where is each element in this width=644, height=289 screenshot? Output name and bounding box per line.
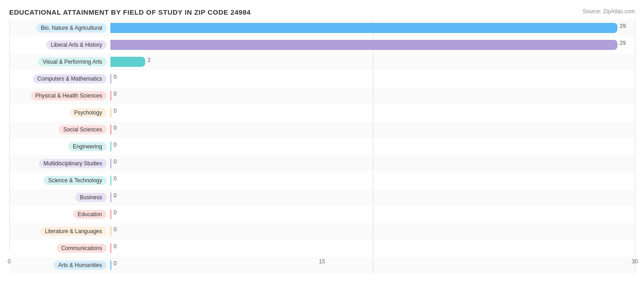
bar-row: Literature & Languages0: [10, 223, 635, 240]
x-axis-tick: 0: [8, 258, 11, 265]
grid-line: [635, 206, 635, 223]
grid-line: [635, 71, 635, 87]
bar-row: Physical & Health Sciences0: [10, 87, 635, 104]
grid-line: [635, 54, 635, 70]
grid-line: [373, 71, 373, 87]
label-pill: Communications: [57, 244, 107, 253]
bar-track: 0: [110, 155, 635, 172]
bar-value: 0: [114, 209, 117, 216]
chart-area: Bio, Nature & Agricultural29Liberal Arts…: [9, 20, 635, 264]
grid-line: [373, 172, 373, 189]
bar-value: 0: [114, 260, 117, 267]
bars-wrapper: Bio, Nature & Agricultural29Liberal Arts…: [9, 20, 635, 250]
bar-row: Liberal Arts & History29: [10, 37, 635, 53]
bar-fill: 0: [110, 226, 111, 236]
bar-label: Literature & Languages: [10, 227, 110, 236]
chart-title: EDUCATIONAL ATTAINMENT BY FIELD OF STUDY…: [9, 8, 635, 16]
grid-line: [635, 104, 635, 121]
bar-fill: 0: [110, 209, 111, 219]
bar-value: 0: [114, 74, 117, 80]
bar-label: Visual & Performing Arts: [10, 57, 110, 66]
bar-track: 29: [110, 37, 635, 53]
bar-row: Visual & Performing Arts2: [10, 54, 635, 70]
bar-track: 0: [110, 223, 635, 240]
bar-fill: 0: [110, 158, 111, 169]
bar-label: Science & Technology: [10, 176, 110, 185]
bar-label: Computers & Mathematics: [10, 74, 110, 83]
x-axis: 01530: [9, 252, 635, 265]
label-pill: Liberal Arts & History: [46, 40, 107, 49]
bar-row: Social Sciences0: [10, 121, 635, 138]
grid-line: [373, 155, 373, 172]
label-pill: Multidisciplinary Studies: [39, 159, 107, 168]
bar-value: 2: [147, 57, 151, 63]
grid-line: [635, 37, 635, 53]
bar-fill: 0: [110, 108, 111, 118]
grid-line: [635, 240, 635, 256]
grid-line: [373, 104, 373, 121]
bar-value: 0: [114, 158, 117, 165]
grid-line: [635, 189, 635, 206]
x-axis-tick: 30: [632, 258, 638, 265]
bar-fill: 0: [110, 91, 111, 101]
grid-line: [373, 121, 373, 138]
label-pill: Psychology: [70, 108, 107, 117]
bar-value: 0: [114, 175, 117, 182]
bar-track: 0: [110, 172, 635, 189]
bar-row: Computers & Mathematics0: [10, 71, 635, 87]
label-pill: Science & Technology: [44, 176, 107, 185]
grid-line: [373, 87, 373, 104]
grid-line: [373, 138, 373, 155]
grid-line: [635, 87, 635, 104]
bar-value: 0: [114, 243, 117, 250]
bar-label: Physical & Health Sciences: [10, 91, 110, 100]
bar-fill: 29: [110, 23, 617, 33]
bar-fill: 0: [110, 142, 111, 152]
grid-line: [373, 206, 373, 223]
bar-label: Engineering: [10, 142, 110, 151]
bar-fill: 0: [110, 192, 111, 202]
label-pill: Education: [73, 210, 107, 219]
label-pill: Engineering: [68, 142, 107, 151]
bar-fill: 2: [110, 57, 145, 67]
bar-label: Social Sciences: [10, 125, 110, 134]
bar-label: Liberal Arts & History: [10, 40, 110, 49]
bar-row: Science & Technology0: [10, 172, 635, 189]
bar-row: Multidisciplinary Studies0: [10, 155, 635, 172]
grid-line: [635, 223, 635, 240]
bar-track: 0: [110, 121, 635, 138]
grid-line: [373, 189, 373, 206]
bar-fill: 29: [110, 40, 617, 50]
bar-row: Psychology0: [10, 104, 635, 121]
bar-row: Bio, Nature & Agricultural29: [10, 20, 635, 36]
label-pill: Visual & Performing Arts: [38, 57, 107, 66]
bar-label: Multidisciplinary Studies: [10, 159, 110, 168]
bar-fill: 0: [110, 175, 111, 185]
chart-source: Source: ZipAtlas.com: [583, 8, 635, 15]
label-pill: Literature & Languages: [40, 227, 107, 236]
bar-label: Business: [10, 193, 110, 202]
label-pill: Business: [75, 193, 107, 202]
bar-track: 29: [110, 20, 635, 36]
bar-value: 0: [114, 108, 117, 114]
bar-row: Engineering0: [10, 138, 635, 155]
label-pill: Social Sciences: [59, 125, 107, 134]
grid-line: [635, 138, 635, 155]
bar-label: Communications: [10, 244, 110, 253]
bar-value: 0: [114, 91, 117, 97]
bar-value: 0: [114, 192, 117, 199]
label-pill: Bio, Nature & Agricultural: [36, 23, 107, 33]
label-pill: Physical & Health Sciences: [31, 91, 107, 100]
bar-row: Education0: [10, 206, 635, 223]
grid-line: [373, 54, 373, 70]
bar-value: 0: [114, 142, 117, 148]
bar-track: 0: [110, 189, 635, 206]
bar-label: Education: [10, 210, 110, 219]
bar-fill: 0: [110, 260, 111, 270]
bar-value: 0: [114, 125, 117, 131]
bar-track: 2: [110, 54, 635, 70]
bar-track: 0: [110, 206, 635, 223]
bar-track: 0: [110, 138, 635, 155]
label-pill: Computers & Mathematics: [33, 74, 107, 83]
bar-track: 0: [110, 104, 635, 121]
